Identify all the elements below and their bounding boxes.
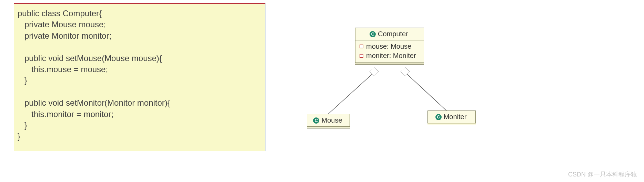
class-icon: C [313,117,319,124]
class-icon: C [435,114,442,120]
uml-class-name: Mouse [321,116,342,124]
uml-class-attrs: mouse: Mouse moniter: Moniter [355,40,424,63]
field-icon [360,54,363,58]
uml-edge [407,74,448,112]
uml-diagram: C Computer mouse: Mouse moniter: Moniter… [300,14,493,138]
uml-class-title: C Mouse [307,114,350,126]
uml-attr: moniter: Moniter [360,51,420,60]
uml-class-name: Moniter [444,113,467,121]
class-icon: C [370,31,376,37]
field-icon [360,45,363,48]
uml-class-computer: C Computer mouse: Mouse moniter: Moniter [355,28,424,63]
uml-attr-label: mouse: Mouse [366,42,411,50]
uml-edge [328,74,372,114]
uml-class-name: Computer [378,30,408,38]
uml-attr: mouse: Mouse [360,42,420,51]
uml-attr-label: moniter: Moniter [366,52,416,60]
watermark: CSDN @一只本科程序猿 [568,170,637,179]
uml-class-moniter: C Moniter [427,111,476,123]
uml-class-title: C Moniter [428,111,475,123]
code-panel: public class Computer{ private Mouse mou… [14,3,265,151]
uml-class-mouse: C Mouse [307,114,350,127]
uml-class-title: C Computer [355,28,424,40]
